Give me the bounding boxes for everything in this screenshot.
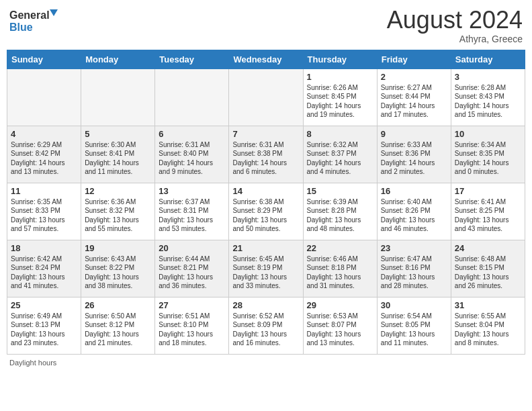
calendar-cell: 9Sunrise: 6:33 AM Sunset: 8:36 PM Daylig… — [377, 126, 451, 183]
page-header: GeneralBlue August 2024 Athyra, Greece — [7, 7, 525, 44]
calendar-cell: 22Sunrise: 6:46 AM Sunset: 8:18 PM Dayli… — [303, 240, 377, 297]
cell-info: Sunrise: 6:27 AM Sunset: 8:44 PM Dayligh… — [381, 83, 447, 120]
daylight-hours-label: Daylight hours — [9, 359, 56, 367]
logo: GeneralBlue — [9, 7, 63, 34]
cell-info: Sunrise: 6:40 AM Sunset: 8:26 PM Dayligh… — [381, 197, 447, 234]
cell-info: Sunrise: 6:26 AM Sunset: 8:45 PM Dayligh… — [307, 83, 373, 120]
calendar-cell: 31Sunrise: 6:55 AM Sunset: 8:04 PM Dayli… — [451, 297, 525, 354]
day-number: 8 — [307, 129, 373, 139]
cell-info: Sunrise: 6:46 AM Sunset: 8:18 PM Dayligh… — [307, 255, 373, 291]
cell-info: Sunrise: 6:52 AM Sunset: 8:09 PM Dayligh… — [232, 312, 299, 348]
calendar-cell: 16Sunrise: 6:40 AM Sunset: 8:26 PM Dayli… — [377, 183, 451, 240]
calendar-cell — [229, 68, 303, 126]
cell-info: Sunrise: 6:49 AM Sunset: 8:13 PM Dayligh… — [11, 312, 77, 348]
cell-info: Sunrise: 6:37 AM Sunset: 8:31 PM Dayligh… — [159, 197, 225, 234]
cell-info: Sunrise: 6:39 AM Sunset: 8:28 PM Dayligh… — [307, 197, 373, 234]
cell-info: Sunrise: 6:47 AM Sunset: 8:16 PM Dayligh… — [381, 255, 447, 291]
month-title: August 2024 — [387, 7, 523, 34]
cell-info: Sunrise: 6:54 AM Sunset: 8:05 PM Dayligh… — [381, 312, 447, 348]
day-number: 12 — [85, 186, 151, 196]
cell-info: Sunrise: 6:41 AM Sunset: 8:25 PM Dayligh… — [455, 197, 521, 234]
day-number: 27 — [159, 300, 225, 310]
cell-info: Sunrise: 6:50 AM Sunset: 8:12 PM Dayligh… — [85, 312, 151, 348]
cell-info: Sunrise: 6:29 AM Sunset: 8:42 PM Dayligh… — [11, 140, 77, 177]
logo-icon: GeneralBlue — [9, 7, 63, 34]
cell-info: Sunrise: 6:44 AM Sunset: 8:21 PM Dayligh… — [159, 255, 225, 291]
day-number: 14 — [232, 186, 299, 196]
calendar-cell: 29Sunrise: 6:53 AM Sunset: 8:07 PM Dayli… — [303, 297, 377, 354]
cell-info: Sunrise: 6:42 AM Sunset: 8:24 PM Dayligh… — [11, 255, 77, 291]
calendar-table: SundayMondayTuesdayWednesdayThursdayFrid… — [7, 50, 525, 355]
calendar-cell: 5Sunrise: 6:30 AM Sunset: 8:41 PM Daylig… — [81, 126, 155, 183]
calendar-header-row: SundayMondayTuesdayWednesdayThursdayFrid… — [7, 50, 525, 68]
cell-info: Sunrise: 6:33 AM Sunset: 8:36 PM Dayligh… — [381, 140, 447, 177]
cell-info: Sunrise: 6:32 AM Sunset: 8:37 PM Dayligh… — [307, 140, 373, 177]
day-number: 22 — [307, 243, 373, 253]
cell-info: Sunrise: 6:45 AM Sunset: 8:19 PM Dayligh… — [232, 255, 299, 291]
calendar-cell: 20Sunrise: 6:44 AM Sunset: 8:21 PM Dayli… — [155, 240, 229, 297]
cell-info: Sunrise: 6:35 AM Sunset: 8:33 PM Dayligh… — [11, 197, 77, 234]
day-number: 21 — [232, 243, 299, 253]
calendar-cell: 23Sunrise: 6:47 AM Sunset: 8:16 PM Dayli… — [377, 240, 451, 297]
calendar-cell: 7Sunrise: 6:31 AM Sunset: 8:38 PM Daylig… — [229, 126, 303, 183]
day-number: 31 — [455, 300, 521, 310]
calendar-cell: 27Sunrise: 6:51 AM Sunset: 8:10 PM Dayli… — [155, 297, 229, 354]
svg-text:Blue: Blue — [9, 21, 33, 33]
cell-info: Sunrise: 6:31 AM Sunset: 8:38 PM Dayligh… — [232, 140, 299, 177]
cell-info: Sunrise: 6:38 AM Sunset: 8:29 PM Dayligh… — [232, 197, 299, 234]
day-number: 6 — [159, 129, 225, 139]
day-number: 24 — [455, 243, 521, 253]
calendar-cell: 3Sunrise: 6:28 AM Sunset: 8:43 PM Daylig… — [451, 68, 525, 126]
calendar-cell: 19Sunrise: 6:43 AM Sunset: 8:22 PM Dayli… — [81, 240, 155, 297]
footer: Daylight hours — [7, 359, 525, 367]
day-header-wednesday: Wednesday — [229, 50, 303, 68]
calendar-cell: 24Sunrise: 6:48 AM Sunset: 8:15 PM Dayli… — [451, 240, 525, 297]
day-number: 29 — [307, 300, 373, 310]
day-number: 1 — [307, 72, 373, 82]
day-header-tuesday: Tuesday — [155, 50, 229, 68]
svg-marker-2 — [50, 9, 58, 16]
calendar-cell: 2Sunrise: 6:27 AM Sunset: 8:44 PM Daylig… — [377, 68, 451, 126]
calendar-cell: 8Sunrise: 6:32 AM Sunset: 8:37 PM Daylig… — [303, 126, 377, 183]
calendar-cell: 10Sunrise: 6:34 AM Sunset: 8:35 PM Dayli… — [451, 126, 525, 183]
calendar-cell: 13Sunrise: 6:37 AM Sunset: 8:31 PM Dayli… — [155, 183, 229, 240]
calendar-week-row: 1Sunrise: 6:26 AM Sunset: 8:45 PM Daylig… — [7, 68, 525, 126]
cell-info: Sunrise: 6:43 AM Sunset: 8:22 PM Dayligh… — [85, 255, 151, 291]
day-number: 4 — [11, 129, 77, 139]
day-header-sunday: Sunday — [7, 50, 81, 68]
calendar-body: 1Sunrise: 6:26 AM Sunset: 8:45 PM Daylig… — [7, 68, 525, 354]
day-number: 18 — [11, 243, 77, 253]
calendar-cell — [155, 68, 229, 126]
day-number: 23 — [381, 243, 447, 253]
location-subtitle: Athyra, Greece — [387, 34, 523, 44]
calendar-cell — [7, 68, 81, 126]
day-header-saturday: Saturday — [451, 50, 525, 68]
cell-info: Sunrise: 6:48 AM Sunset: 8:15 PM Dayligh… — [455, 255, 521, 291]
calendar-cell: 26Sunrise: 6:50 AM Sunset: 8:12 PM Dayli… — [81, 297, 155, 354]
day-number: 5 — [85, 129, 151, 139]
calendar-cell: 18Sunrise: 6:42 AM Sunset: 8:24 PM Dayli… — [7, 240, 81, 297]
svg-text:General: General — [9, 9, 50, 21]
calendar-cell: 28Sunrise: 6:52 AM Sunset: 8:09 PM Dayli… — [229, 297, 303, 354]
day-header-thursday: Thursday — [303, 50, 377, 68]
day-number: 7 — [232, 129, 299, 139]
cell-info: Sunrise: 6:55 AM Sunset: 8:04 PM Dayligh… — [455, 312, 521, 348]
day-header-monday: Monday — [81, 50, 155, 68]
day-number: 16 — [381, 186, 447, 196]
day-number: 9 — [381, 129, 447, 139]
day-header-friday: Friday — [377, 50, 451, 68]
calendar-cell: 11Sunrise: 6:35 AM Sunset: 8:33 PM Dayli… — [7, 183, 81, 240]
day-number: 26 — [85, 300, 151, 310]
day-number: 20 — [159, 243, 225, 253]
day-number: 28 — [232, 300, 299, 310]
cell-info: Sunrise: 6:36 AM Sunset: 8:32 PM Dayligh… — [85, 197, 151, 234]
calendar-cell: 21Sunrise: 6:45 AM Sunset: 8:19 PM Dayli… — [229, 240, 303, 297]
cell-info: Sunrise: 6:30 AM Sunset: 8:41 PM Dayligh… — [85, 140, 151, 177]
day-number: 25 — [11, 300, 77, 310]
calendar-cell: 14Sunrise: 6:38 AM Sunset: 8:29 PM Dayli… — [229, 183, 303, 240]
day-number: 30 — [381, 300, 447, 310]
title-area: August 2024 Athyra, Greece — [387, 7, 523, 44]
calendar-cell: 4Sunrise: 6:29 AM Sunset: 8:42 PM Daylig… — [7, 126, 81, 183]
calendar-cell: 25Sunrise: 6:49 AM Sunset: 8:13 PM Dayli… — [7, 297, 81, 354]
calendar-cell: 17Sunrise: 6:41 AM Sunset: 8:25 PM Dayli… — [451, 183, 525, 240]
